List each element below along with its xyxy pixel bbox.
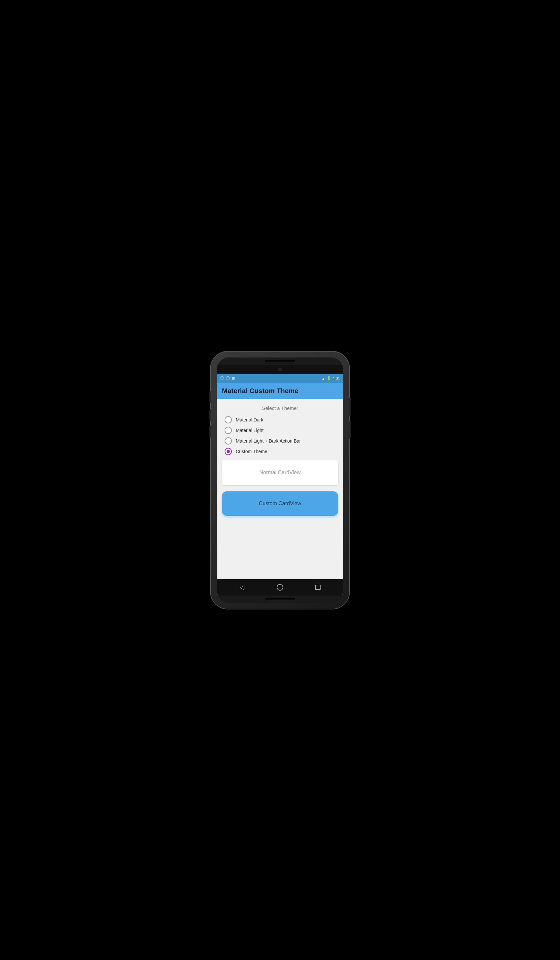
- radio-label-material-light: Material Light: [236, 428, 264, 433]
- phone-screen: ⓘ ⓘ ⊞ ▲ 🔋 4:01 Material Custom Theme Sel…: [217, 357, 343, 603]
- bottom-speaker: [217, 595, 343, 603]
- radio-circle-custom-theme: [225, 448, 232, 455]
- radio-circle-material-light-dark: [225, 437, 232, 445]
- select-label: Select a Theme:: [222, 405, 338, 411]
- screen: ⓘ ⓘ ⊞ ▲ 🔋 4:01 Material Custom Theme Sel…: [217, 374, 343, 595]
- bottom-nav: ◁: [217, 579, 343, 595]
- status-bar: ⓘ ⓘ ⊞ ▲ 🔋 4:01: [217, 374, 343, 383]
- radio-material-dark[interactable]: Material Dark: [225, 416, 335, 424]
- status-icon-info1: ⓘ: [220, 376, 224, 381]
- time-display: 4:01: [333, 376, 340, 381]
- top-speaker: [217, 357, 343, 365]
- radio-label-material-light-dark: Material Light + Dark Action Bar: [236, 438, 301, 443]
- radio-inner-custom-theme: [227, 450, 230, 453]
- nav-home-button[interactable]: [274, 581, 286, 593]
- home-icon: [277, 584, 283, 590]
- battery-icon: 🔋: [326, 376, 331, 381]
- camera-dot: [278, 368, 282, 371]
- app-bar-title: Material Custom Theme: [222, 387, 298, 394]
- speaker-grille: [265, 360, 295, 362]
- radio-circle-material-dark: [225, 416, 232, 424]
- radio-group: Material Dark Material Light Material Li…: [222, 416, 338, 455]
- nav-recent-button[interactable]: [312, 581, 324, 593]
- radio-label-custom-theme: Custom Theme: [236, 449, 267, 454]
- content-area: Select a Theme: Material Dark Material L…: [217, 399, 343, 579]
- status-icon-app: ⊞: [232, 376, 235, 381]
- back-icon: ◁: [240, 584, 245, 591]
- radio-material-light[interactable]: Material Light: [225, 427, 335, 434]
- custom-card-label: Custom CardView: [259, 501, 301, 507]
- phone-frame: ⓘ ⓘ ⊞ ▲ 🔋 4:01 Material Custom Theme Sel…: [211, 352, 349, 609]
- recent-icon: [315, 585, 320, 590]
- radio-material-light-dark[interactable]: Material Light + Dark Action Bar: [225, 437, 335, 445]
- normal-card[interactable]: Normal CardView: [222, 460, 338, 485]
- signal-icon: ▲: [322, 377, 325, 381]
- radio-custom-theme[interactable]: Custom Theme: [225, 448, 335, 455]
- radio-circle-material-light: [225, 427, 232, 434]
- custom-card[interactable]: Custom CardView: [222, 491, 338, 516]
- status-icon-info2: ⓘ: [226, 376, 230, 381]
- camera-area: [217, 365, 343, 374]
- status-left: ⓘ ⓘ ⊞: [220, 376, 235, 381]
- nav-back-button[interactable]: ◁: [236, 581, 248, 593]
- app-bar: Material Custom Theme: [217, 383, 343, 399]
- radio-label-material-dark: Material Dark: [236, 417, 263, 422]
- status-right: ▲ 🔋 4:01: [322, 376, 340, 381]
- normal-card-label: Normal CardView: [259, 470, 301, 475]
- bottom-speaker-grille: [265, 598, 295, 600]
